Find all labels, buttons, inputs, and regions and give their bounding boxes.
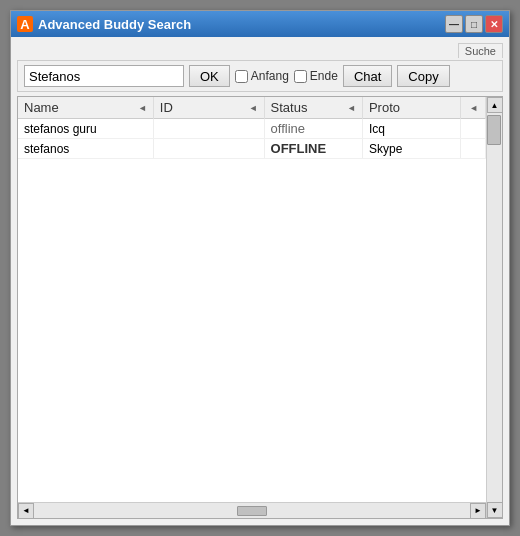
v-scroll-track[interactable] — [487, 113, 502, 502]
col-header-extra[interactable]: ◄ — [461, 97, 486, 119]
extra-sort-icon: ◄ — [469, 103, 478, 113]
ok-button[interactable]: OK — [189, 65, 230, 87]
results-table: Name ◄ ID ◄ — [18, 97, 486, 159]
content-area: Suche OK Anfang Ende Chat Copy — [11, 37, 509, 525]
anfang-group: Anfang — [235, 69, 289, 83]
row1-id — [153, 119, 264, 139]
maximize-button[interactable]: □ — [465, 15, 483, 33]
ende-label: Ende — [310, 69, 338, 83]
col-header-proto[interactable]: Proto — [362, 97, 460, 119]
minimize-button[interactable]: — — [445, 15, 463, 33]
search-input[interactable] — [24, 65, 184, 87]
row1-name: stefanos guru — [18, 119, 153, 139]
v-scroll-thumb[interactable] — [487, 115, 501, 145]
table-body: stefanos guru offline Icq stefanos — [18, 119, 486, 159]
title-bar: A Advanced Buddy Search — □ ✕ — [11, 11, 509, 37]
table-row[interactable]: stefanos OFFLINE Skype — [18, 139, 486, 159]
table-header-row: Name ◄ ID ◄ — [18, 97, 486, 119]
close-button[interactable]: ✕ — [485, 15, 503, 33]
name-sort-icon: ◄ — [138, 103, 147, 113]
anfang-label: Anfang — [251, 69, 289, 83]
row2-id — [153, 139, 264, 159]
table-and-scroll: Name ◄ ID ◄ — [18, 97, 502, 518]
h-scroll-thumb[interactable] — [237, 506, 267, 516]
table-main: Name ◄ ID ◄ — [18, 97, 486, 518]
status-sort-icon: ◄ — [347, 103, 356, 113]
copy-button[interactable]: Copy — [397, 65, 449, 87]
window-controls: — □ ✕ — [445, 15, 503, 33]
table-row[interactable]: stefanos guru offline Icq — [18, 119, 486, 139]
scroll-up-button[interactable]: ▲ — [487, 97, 503, 113]
toolbar: OK Anfang Ende Chat Copy — [17, 60, 503, 92]
row1-proto: Icq — [362, 119, 460, 139]
row2-extra — [461, 139, 486, 159]
row1-extra — [461, 119, 486, 139]
col-header-name[interactable]: Name ◄ — [18, 97, 153, 119]
ende-group: Ende — [294, 69, 338, 83]
col-header-status[interactable]: Status ◄ — [264, 97, 362, 119]
results-table-container: Name ◄ ID ◄ — [17, 96, 503, 519]
ende-checkbox[interactable] — [294, 70, 307, 83]
row2-proto: Skype — [362, 139, 460, 159]
anfang-checkbox[interactable] — [235, 70, 248, 83]
id-sort-icon: ◄ — [249, 103, 258, 113]
scroll-left-button[interactable]: ◄ — [18, 503, 34, 519]
scroll-right-button[interactable]: ► — [470, 503, 486, 519]
row2-name: stefanos — [18, 139, 153, 159]
search-label-row: Suche — [17, 43, 503, 58]
window-title: Advanced Buddy Search — [38, 17, 445, 32]
horizontal-scrollbar[interactable]: ◄ ► — [18, 502, 486, 518]
table-scroll-area[interactable]: Name ◄ ID ◄ — [18, 97, 486, 502]
app-icon: A — [17, 16, 33, 32]
row2-status: OFFLINE — [264, 139, 362, 159]
main-window: A Advanced Buddy Search — □ ✕ Suche OK A… — [10, 10, 510, 526]
search-section-label: Suche — [458, 43, 503, 58]
h-scroll-track[interactable] — [34, 503, 470, 518]
chat-button[interactable]: Chat — [343, 65, 392, 87]
row1-status: offline — [264, 119, 362, 139]
col-header-id[interactable]: ID ◄ — [153, 97, 264, 119]
scroll-down-button[interactable]: ▼ — [487, 502, 503, 518]
vertical-scrollbar: ▲ ▼ — [486, 97, 502, 518]
